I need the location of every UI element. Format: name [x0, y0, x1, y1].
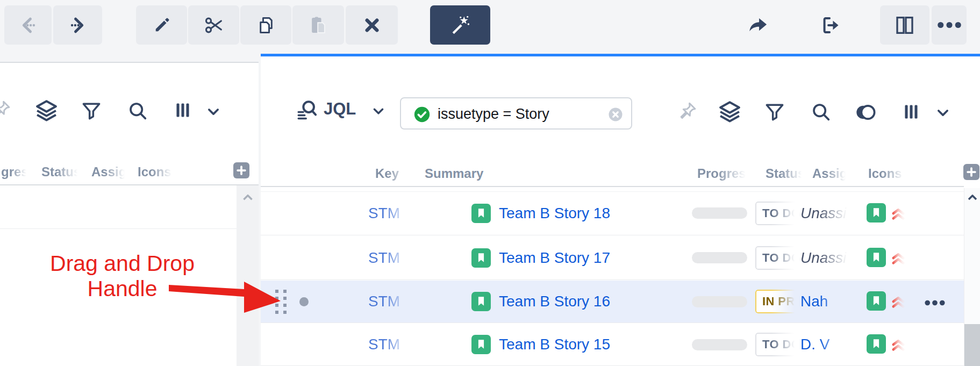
column-header-summary[interactable]: Summary — [425, 166, 521, 181]
filter-icon[interactable] — [81, 100, 102, 121]
columns-icon[interactable] — [173, 101, 192, 120]
scissors-icon — [203, 15, 225, 36]
group-layers-icon[interactable] — [34, 98, 59, 123]
group-layers-icon[interactable] — [718, 99, 742, 124]
forward-icon — [68, 15, 88, 35]
magic-wand-icon — [449, 14, 471, 37]
issue-row[interactable]: STM Team B Story 17 TO DO Unassigned — [261, 236, 964, 280]
copy-icon — [256, 15, 276, 35]
column-header-key[interactable]: Key — [375, 166, 410, 181]
share-icon — [747, 14, 769, 37]
search-icon[interactable] — [127, 100, 148, 121]
delete-button[interactable] — [346, 5, 398, 45]
clear-query-icon[interactable] — [607, 106, 624, 123]
chevron-down-icon[interactable] — [935, 105, 951, 121]
cut-button[interactable] — [188, 5, 239, 45]
issue-summary-link[interactable]: Team B Story 15 — [499, 335, 682, 354]
story-icon — [867, 203, 886, 223]
column-header-status[interactable]: Status — [41, 164, 80, 180]
status-lozenge[interactable]: IN PROGRESS — [755, 290, 797, 313]
scroll-up-icon[interactable] — [241, 191, 255, 205]
magic-wand-button[interactable] — [430, 5, 490, 45]
progress-bar — [692, 252, 747, 263]
paste-button[interactable] — [292, 5, 344, 45]
progress-bar — [692, 296, 747, 307]
column-header-progress[interactable]: Progress — [697, 166, 749, 181]
story-icon — [867, 248, 886, 267]
column-header-icons[interactable]: Icons — [868, 166, 906, 181]
jql-search-icon — [296, 98, 318, 121]
contrast-icon[interactable] — [855, 102, 876, 123]
story-icon — [471, 292, 491, 311]
ellipsis-icon — [937, 21, 962, 28]
issue-key-link[interactable]: STM — [368, 249, 410, 267]
add-column-button[interactable] — [963, 164, 979, 180]
paste-icon — [308, 15, 328, 35]
issue-key-link[interactable]: STM — [368, 204, 410, 223]
header-divider — [0, 184, 259, 185]
column-header-status[interactable]: Status — [766, 166, 804, 181]
back-icon — [18, 15, 38, 35]
progress-bar — [692, 339, 747, 350]
pin-icon[interactable] — [0, 99, 12, 119]
jql-query-input[interactable]: issuetype = Story — [400, 97, 632, 130]
status-lozenge[interactable]: TO DO — [755, 202, 797, 225]
issue-row[interactable]: STM Team B Story 15 TO DO D. V — [261, 324, 964, 366]
scrollbar-track[interactable] — [237, 185, 259, 366]
story-icon — [867, 334, 886, 354]
more-options-button[interactable] — [932, 5, 967, 45]
layout-columns-button[interactable] — [880, 5, 929, 45]
issue-key-link[interactable]: STM — [368, 335, 410, 354]
column-header-progress[interactable]: gress — [1, 164, 28, 180]
secondary-structure-panel: gress Status Assignee Icons — [0, 62, 259, 366]
filter-icon[interactable] — [764, 101, 785, 123]
row-actions-button[interactable] — [924, 300, 946, 306]
priority-highest-icon — [889, 292, 907, 310]
assignee-link[interactable]: D. V — [800, 335, 850, 354]
scrollbar-thumb[interactable] — [964, 324, 980, 366]
priority-highest-icon — [889, 204, 907, 222]
status-lozenge[interactable]: TO DO — [755, 246, 797, 270]
add-column-button[interactable] — [233, 162, 249, 178]
x-icon — [363, 16, 381, 34]
row-marker-dot — [299, 297, 309, 306]
history-forward-button[interactable] — [53, 5, 102, 45]
issue-summary-link[interactable]: Team B Story 16 — [499, 292, 682, 311]
jql-mode-selector[interactable]: JQL — [324, 99, 356, 119]
status-lozenge[interactable]: TO DO — [755, 333, 797, 356]
header-divider — [261, 186, 964, 187]
jql-query-text[interactable]: issuetype = Story — [438, 106, 549, 123]
column-header-icons[interactable]: Icons — [138, 164, 174, 180]
columns-icon[interactable] — [902, 102, 921, 121]
export-button[interactable] — [817, 5, 844, 45]
issue-summary-link[interactable]: Team B Story 18 — [499, 204, 682, 223]
assignee-link[interactable]: Nah — [800, 292, 850, 311]
priority-highest-icon — [889, 248, 907, 267]
assignee-link[interactable]: Unassigned — [800, 249, 850, 267]
story-icon — [471, 335, 491, 354]
issue-summary-link[interactable]: Team B Story 17 — [499, 249, 682, 267]
chevron-down-icon[interactable] — [205, 104, 221, 120]
history-back-button[interactable] — [4, 5, 52, 45]
two-pane-layout-icon — [894, 15, 915, 36]
issue-row[interactable]: STM Team B Story 18 TO DO Unassigned — [261, 192, 964, 235]
chevron-down-icon[interactable] — [371, 104, 386, 119]
copy-button[interactable] — [240, 5, 291, 45]
column-header-assignee[interactable]: Assignee — [812, 166, 848, 181]
priority-highest-icon — [889, 335, 907, 353]
issue-row-selected[interactable]: STM Team B Story 16 IN PROGRESS Nah — [261, 281, 964, 323]
pin-icon[interactable] — [677, 101, 698, 121]
edit-button[interactable] — [136, 5, 187, 45]
annotation-arrow — [168, 276, 285, 316]
plus-icon — [963, 164, 979, 180]
pencil-icon — [152, 16, 171, 35]
search-icon[interactable] — [810, 101, 832, 123]
row-divider — [0, 228, 237, 229]
assignee-link[interactable]: Unassigned — [800, 204, 850, 223]
column-header-assignee[interactable]: Assignee — [91, 164, 127, 180]
scroll-up-icon[interactable] — [966, 191, 979, 204]
export-icon — [820, 15, 841, 35]
share-button[interactable] — [745, 5, 771, 45]
issue-key-link[interactable]: STM — [368, 292, 410, 311]
progress-bar — [692, 207, 747, 219]
